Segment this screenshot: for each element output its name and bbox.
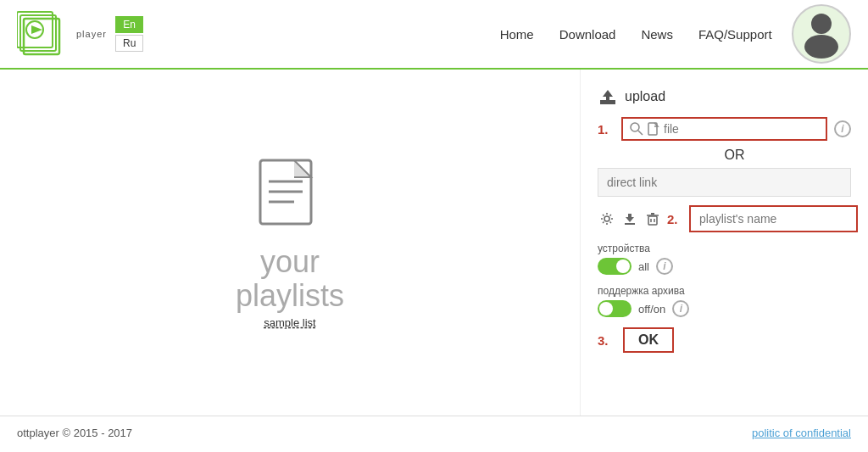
lang-ru-button[interactable]: Ru — [115, 35, 143, 52]
svg-point-6 — [804, 35, 838, 59]
step3-number: 3. — [598, 333, 615, 348]
nav-news[interactable]: News — [641, 27, 673, 42]
policy-link[interactable]: politic of confidential — [752, 427, 851, 439]
logo-area: player — [17, 8, 107, 59]
playlist-name-input[interactable] — [689, 205, 858, 232]
logo-icon — [17, 8, 68, 59]
settings-icon[interactable] — [598, 209, 616, 228]
search-icon — [630, 122, 643, 136]
playlist-document-icon — [256, 156, 324, 232]
footer: ottplayer © 2015 - 2017 politic of confi… — [0, 416, 868, 449]
svg-point-18 — [604, 216, 609, 221]
svg-rect-14 — [606, 96, 609, 100]
main-nav: Home Download News FAQ/Support Forum — [500, 27, 834, 42]
left-panel: your playlists sample list — [0, 70, 580, 416]
copyright: ottplayer © 2015 - 2017 — [17, 427, 132, 439]
devices-toggle[interactable] — [598, 258, 632, 275]
file-info-icon[interactable]: i — [834, 120, 851, 137]
svg-rect-22 — [648, 216, 657, 225]
archive-label: поддержка архива — [598, 285, 851, 297]
playlist-title: your playlists — [236, 245, 344, 312]
right-panel: upload 1. i OR — [580, 70, 868, 416]
nav-download[interactable]: Download — [559, 27, 616, 42]
main-content: your playlists sample list upload 1. — [0, 70, 868, 416]
avatar-icon — [796, 8, 847, 59]
lang-en-button[interactable]: En — [115, 16, 143, 33]
ott-logo: player — [76, 29, 107, 39]
file-input-container — [621, 117, 827, 141]
svg-point-5 — [811, 14, 832, 34]
archive-toggle-row: off/on i — [598, 300, 851, 317]
archive-toggle[interactable] — [598, 300, 632, 317]
file-icon — [648, 122, 659, 136]
step2-number: 2. — [667, 212, 684, 226]
upload-button[interactable]: upload — [598, 86, 851, 107]
svg-marker-4 — [31, 25, 42, 34]
svg-marker-13 — [603, 90, 613, 97]
svg-rect-21 — [625, 223, 635, 225]
upload-icon — [598, 86, 618, 107]
step1-number: 1. — [598, 122, 615, 137]
devices-toggle-text: all — [638, 260, 649, 273]
archive-toggle-text: off/on — [638, 303, 665, 315]
step3-row: 3. OK — [598, 327, 851, 353]
logo-text: player — [76, 29, 107, 39]
nav-faq[interactable]: FAQ/Support — [698, 27, 772, 42]
upload-label: upload — [625, 89, 665, 104]
language-switcher: En Ru — [115, 16, 143, 52]
playlist-action-icons — [598, 209, 662, 228]
direct-link-input[interactable] — [598, 168, 851, 197]
devices-toggle-row: all i — [598, 258, 851, 275]
svg-rect-11 — [600, 100, 615, 103]
avatar[interactable] — [792, 4, 851, 64]
archive-info-icon[interactable]: i — [672, 300, 689, 317]
or-divider: OR — [598, 148, 851, 163]
svg-rect-12 — [600, 103, 615, 104]
step1-row: 1. i — [598, 117, 851, 141]
devices-info-icon[interactable]: i — [656, 258, 673, 275]
header: player En Ru Home Download News FAQ/Supp… — [0, 0, 868, 70]
delete-icon[interactable] — [643, 209, 662, 228]
download-icon[interactable] — [620, 209, 639, 228]
devices-label: устройства — [598, 243, 851, 254]
svg-rect-1 — [20, 15, 56, 51]
nav-home[interactable]: Home — [500, 27, 534, 42]
sample-list-link[interactable]: sample list — [264, 316, 315, 329]
ok-button[interactable]: OK — [623, 327, 674, 353]
svg-point-15 — [631, 123, 639, 131]
svg-rect-20 — [628, 214, 632, 218]
step2-row: 2. — [598, 205, 851, 232]
svg-line-16 — [638, 131, 643, 135]
file-input[interactable] — [664, 122, 819, 136]
